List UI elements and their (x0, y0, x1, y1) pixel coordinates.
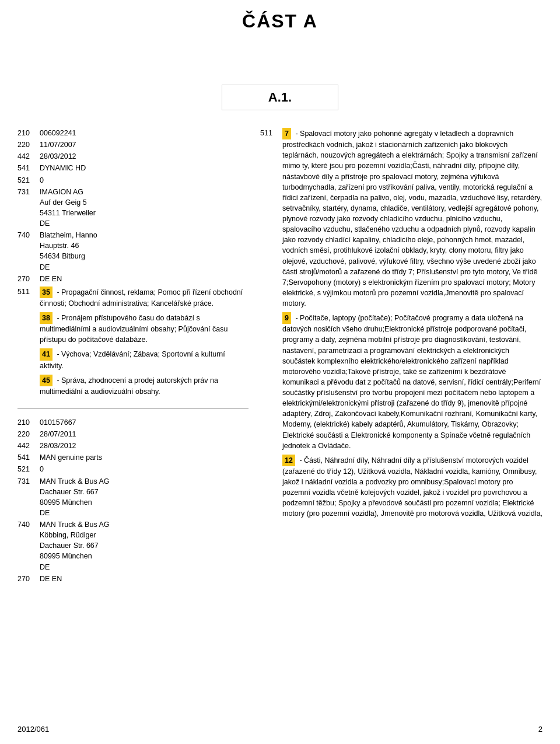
field-740-2: 740 MAN Truck & Bus AGKöbbing, RüdigerDa… (18, 519, 249, 572)
class-7-text: 7 - Spalovací motory jako pohonné agregá… (282, 128, 542, 309)
left-column: 210 006092241 220 11/07/2007 442 28/03/2… (18, 128, 249, 588)
field-442-2: 442 28/03/2012 (18, 441, 249, 451)
right-511-row: 511 7 - Spalovací motory jako pohonné ag… (260, 128, 542, 523)
field-210-1: 210 006092241 (18, 128, 249, 138)
entry-2: 210 010157667 220 28/07/2011 442 28/03/2… (18, 417, 249, 584)
class-12-badge: 12 (282, 455, 295, 466)
class-9-text: 9 - Počítače, laptopy (počítače); Počíta… (282, 312, 542, 451)
field-270-2: 270 DE EN (18, 574, 249, 584)
page-footer: 2012/061 2 (0, 725, 560, 733)
class-41-badge: 41 (40, 348, 52, 360)
section-label: A.1. (222, 85, 338, 110)
field-210-2: 210 010157667 (18, 417, 249, 428)
class-38-badge: 38 (40, 312, 52, 324)
field-521-1: 521 0 (18, 175, 249, 186)
field-541-2: 541 MAN genuine parts (18, 452, 249, 463)
class-35-text: 35 - Propagační činnost, reklama; Pomoc … (40, 287, 249, 309)
right-column: 511 7 - Spalovací motory jako pohonné ag… (260, 128, 542, 588)
field-740-1: 740 Blatzheim, HannoHauptstr. 4654634 Bi… (18, 230, 249, 273)
class-45-text: 45 - Správa, zhodnocení a prodej autorsk… (40, 375, 249, 397)
field-511-1: 511 35 - Propagační činnost, reklama; Po… (18, 287, 249, 400)
class-45-badge: 45 (40, 375, 52, 386)
entry-divider (18, 408, 249, 409)
content-area: 210 006092241 220 11/07/2007 442 28/03/2… (0, 122, 560, 599)
class-7-badge: 7 (282, 128, 291, 139)
field-220-2: 220 28/07/2011 (18, 429, 249, 439)
class-41-text: 41 - Výchova; Vzdělávání; Zábava; Sporto… (40, 348, 249, 371)
class-35-badge: 35 (40, 287, 52, 298)
class-12-text: 12 - Části, Náhradní díly, Náhradní díly… (282, 455, 542, 519)
class-38-text: 38 - Pronájem přístupového času do datab… (40, 312, 249, 345)
field-541-1: 541 DYNAMIC HD (18, 163, 249, 173)
page-header: ČÁST A (0, 0, 560, 38)
field-521-2: 521 0 (18, 464, 249, 474)
field-731-1: 731 IMAGION AGAuf der Geig 554311 Trierw… (18, 187, 249, 229)
footer-journal: 2012/061 (18, 725, 49, 733)
field-270-1: 270 DE EN (18, 274, 249, 284)
field-442-1: 442 28/03/2012 (18, 151, 249, 162)
field-731-2: 731 MAN Truck & Bus AGDachauer Str. 6678… (18, 476, 249, 519)
class-9-badge: 9 (282, 312, 291, 324)
footer-page: 2 (538, 725, 542, 733)
entry-1: 210 006092241 220 11/07/2007 442 28/03/2… (18, 128, 249, 400)
field-220-1: 220 11/07/2007 (18, 139, 249, 150)
